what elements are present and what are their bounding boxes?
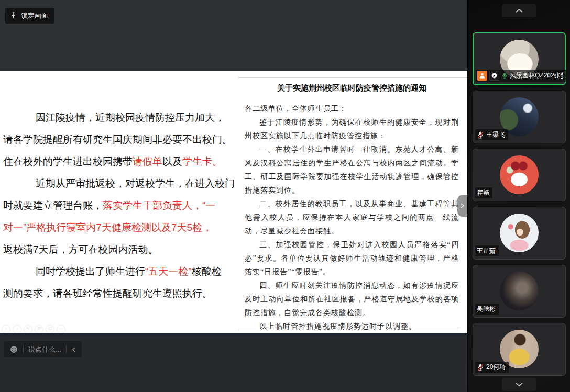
magnifier-icon[interactable]: ⊙ — [46, 325, 54, 334]
shared-document: 因江陵疫情，近期校园疫情防控压力加大，请各学院提醒所有研究生国庆期间非必要不出校… — [0, 71, 467, 335]
participant-name-badge: 王芷茹 — [475, 245, 499, 256]
chat-input[interactable]: 说点什么... — [28, 345, 61, 354]
participant-avatar — [500, 214, 539, 252]
participant-name-badge: 瞿畅 — [475, 187, 492, 198]
slide-line: 请各学院提醒所有研究生国庆期间非必要不出校门。 — [3, 129, 238, 151]
slide-line: 住在校外的学生进出校园携带请假单以及学生卡。 — [3, 151, 238, 173]
slide-line: 返校满7天后，方可在校园内活动。 — [3, 239, 238, 261]
pen-icon[interactable]: ✎ — [24, 325, 32, 334]
share-bottom-edge — [0, 333, 467, 335]
doc-title: 关于实施荆州校区临时防疫管控措施的通知 — [245, 82, 459, 94]
participant-tile[interactable]: 王梁飞 — [473, 91, 566, 143]
pages-icon[interactable]: ≣ — [35, 325, 43, 334]
participant-name: 瞿畅 — [477, 188, 489, 197]
slide-line: 时就要建立管理台账，落实学生干部负责人，“一 — [3, 195, 238, 217]
doc-paragraph: 二、校外居住的教职员工，以及从事商业、基建工程等其他需入校人员，应保持在本人家庭… — [245, 197, 459, 238]
chat-divider — [66, 345, 67, 353]
participant-name: 王芷茹 — [477, 247, 496, 255]
participant-name: 王梁飞 — [486, 130, 505, 139]
participant-avatar — [500, 272, 539, 310]
scroll-up-button[interactable] — [502, 4, 536, 17]
host-badge-icon — [477, 71, 487, 81]
mic-muted-icon — [477, 131, 484, 139]
presenter-toolbar: ‹›✎≣⊙⋯ — [2, 325, 65, 334]
slide-line: 对一”严格执行寝室内7天健康检测以及7天5检， — [3, 217, 238, 239]
slide-content: 因江陵疫情，近期校园疫情防控压力加大，请各学院提醒所有研究生国庆期间非必要不出校… — [3, 107, 238, 305]
slide-line: 因江陵疫情，近期校园疫情防控压力加大， — [3, 107, 238, 129]
doc-paragraph: 鉴于江陵疫情形势，为确保在校师生的健康安全，现对荆州校区实施以下几点临时防疫管控… — [245, 116, 459, 143]
participants-sidebar: 风景园林QZ202张梦... 王梁飞瞿畅王芷茹吴晗彬 20何琦 — [467, 0, 570, 392]
participant-tile[interactable]: 瞿畅 — [473, 149, 566, 201]
next-slide-icon[interactable]: › — [13, 325, 21, 334]
doc-page-bottom-edge — [238, 330, 458, 330]
participant-tile[interactable]: 风景园林QZ202张梦... — [473, 32, 566, 85]
participant-tile[interactable]: 王芷茹 — [473, 207, 566, 260]
meeting-app: 因江陵疫情，近期校园疫情防控压力加大，请各学院提醒所有研究生国庆期间非必要不出校… — [0, 0, 570, 392]
notice-document: 关于实施荆州校区临时防疫管控措施的通知 各二级单位，全体师生员工：鉴于江陵疫情形… — [238, 77, 467, 334]
participant-name-badge: 风景园林QZ202张梦... — [476, 70, 566, 82]
pushpin-icon — [9, 12, 17, 20]
scroll-down-button[interactable] — [502, 378, 536, 391]
participant-name-badge: 吴晗彬 — [475, 304, 499, 315]
share-top-letterbox — [0, 0, 467, 71]
slide-line: 近期从严审批返校，对返校学生，在进入校门 — [3, 173, 238, 195]
chevron-right-icon — [460, 203, 465, 209]
doc-paragraph: 四、师生应时刻关注疫情防控消息动态，如有涉疫情况应及时主动向单位和所在社区报备，… — [245, 279, 459, 320]
slide-line: 测的要求，请各班经常性提醒研究生遵照执行。 — [3, 283, 238, 305]
lock-view-label: 锁定画面 — [21, 11, 48, 20]
prev-slide-icon[interactable]: ‹ — [2, 325, 10, 334]
mic-on-icon — [501, 72, 508, 80]
chat-collapse-chevron-left-icon[interactable] — [71, 346, 76, 353]
participant-name-badge: 20何琦 — [475, 362, 509, 373]
chevron-down-icon — [515, 382, 523, 387]
doc-paragraph: 各二级单位，全体师生员工： — [245, 102, 459, 116]
participant-name: 20何琦 — [486, 363, 506, 372]
participant-name: 风景园林QZ202张梦... — [510, 71, 563, 80]
slide-line: 同时学校提出了师生进行“五天一检”核酸检 — [3, 261, 238, 283]
participant-name-badge: 王梁飞 — [475, 129, 508, 140]
chevron-up-icon — [515, 8, 523, 13]
doc-paragraph: 以上临时管控措施视疫情形势适时予以调整。 — [245, 320, 459, 333]
mic-muted-icon — [477, 363, 484, 372]
screen-share-badge-icon — [489, 71, 499, 81]
shared-screen-area: 因江陵疫情，近期校园疫情防控压力加大，请各学院提醒所有研究生国庆期间非必要不出校… — [0, 0, 467, 392]
lock-view-button[interactable]: 锁定画面 — [5, 8, 54, 24]
doc-paragraph: 一、在校学生外出申请暂时一律取消。东苑人才公寓、新风及汉科公寓居住的学生严格在公… — [245, 143, 459, 197]
doc-paragraph: 三、加强校园管控，保卫处对进入校园人员严格落实“四必”要求。各单位要认真做好师生… — [245, 238, 459, 279]
participant-avatar — [500, 155, 539, 194]
more-icon[interactable]: ⋯ — [57, 325, 65, 334]
participant-tile[interactable]: 20何琦 — [473, 323, 566, 376]
chat-bar[interactable]: 说点什么... — [4, 341, 82, 357]
chat-divider — [23, 345, 24, 353]
participant-name: 吴晗彬 — [477, 305, 496, 313]
participant-tile[interactable]: 吴晗彬 — [473, 265, 566, 318]
doc-body: 各二级单位，全体师生员工：鉴于江陵疫情形势，为确保在校师生的健康安全，现对荆州校… — [245, 102, 459, 333]
emoji-smiley-icon[interactable] — [9, 345, 18, 354]
